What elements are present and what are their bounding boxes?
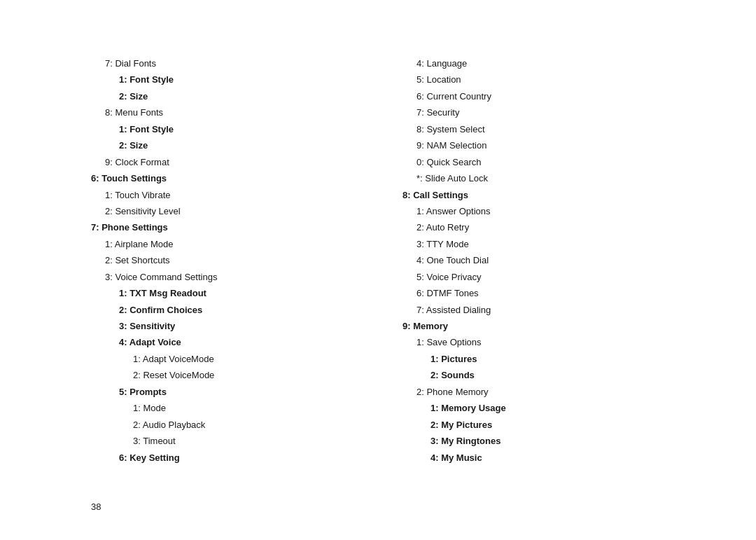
list-item: 1: Memory Usage [402,401,672,415]
list-item: 5: Voice Privacy [402,270,672,284]
list-item: 3: TTY Mode [402,237,672,251]
list-item: 7: Assisted Dialing [402,303,672,317]
list-item: 1: Airplane Mode [91,237,360,251]
list-item: 4: My Music [402,450,672,465]
list-item: 1: Font Style [91,72,360,87]
list-item: 1: TXT Msg Readout [91,286,360,300]
list-item: 2: Size [91,138,360,153]
list-item: 6: Touch Settings [91,171,360,186]
list-item: 7: Dial Fonts [91,56,360,71]
list-item: 9: NAM Selection [402,138,672,153]
list-item: 1: Answer Options [402,204,672,219]
list-item: 2: Auto Retry [402,220,672,235]
list-item: 2: Sensitivity Level [91,204,360,219]
list-item: 1: Pictures [402,352,672,366]
list-item: 7: Security [402,105,672,120]
list-item: 3: My Ringtones [402,434,672,448]
list-item: 9: Memory [402,319,672,333]
list-item: 3: Voice Command Settings [91,270,360,284]
list-item: *: Slide Auto Lock [402,171,672,186]
page-container: 7: Dial Fonts1: Font Style2: Size8: Menu… [0,0,756,540]
right-column: 4: Language5: Location6: Current Country… [402,56,672,498]
list-item: 9: Clock Format [91,155,360,169]
list-item: 8: Menu Fonts [91,105,360,120]
list-item: 2: My Pictures [402,417,672,432]
list-item: 2: Size [91,89,360,104]
list-item: 3: Sensitivity [91,319,360,333]
list-item: 4: Language [402,56,672,71]
list-item: 2: Set Shortcuts [91,253,360,268]
list-item: 6: Current Country [402,89,672,104]
list-item: 4: One Touch Dial [402,253,672,268]
list-item: 2: Sounds [402,368,672,382]
list-item: 3: Timeout [91,434,360,448]
list-item: 5: Location [402,72,672,87]
list-item: 5: Prompts [91,385,360,399]
list-item: 2: Reset VoiceMode [91,368,360,382]
list-item: 1: Mode [91,401,360,415]
left-column: 7: Dial Fonts1: Font Style2: Size8: Menu… [91,56,360,498]
list-item: 1: Touch Vibrate [91,188,360,202]
list-item: 1: Adapt VoiceMode [91,352,360,366]
list-item: 1: Save Options [402,335,672,349]
page-number: 38 [91,501,101,512]
list-item: 8: Call Settings [402,188,672,202]
list-item: 6: Key Setting [91,450,360,465]
list-item: 6: DTMF Tones [402,286,672,300]
list-item: 0: Quick Search [402,155,672,169]
list-item: 8: System Select [402,122,672,137]
list-item: 1: Font Style [91,122,360,137]
list-item: 7: Phone Settings [91,220,360,235]
list-item: 2: Confirm Choices [91,303,360,317]
list-item: 2: Phone Memory [402,385,672,399]
list-item: 2: Audio Playback [91,417,360,432]
list-item: 4: Adapt Voice [91,335,360,349]
